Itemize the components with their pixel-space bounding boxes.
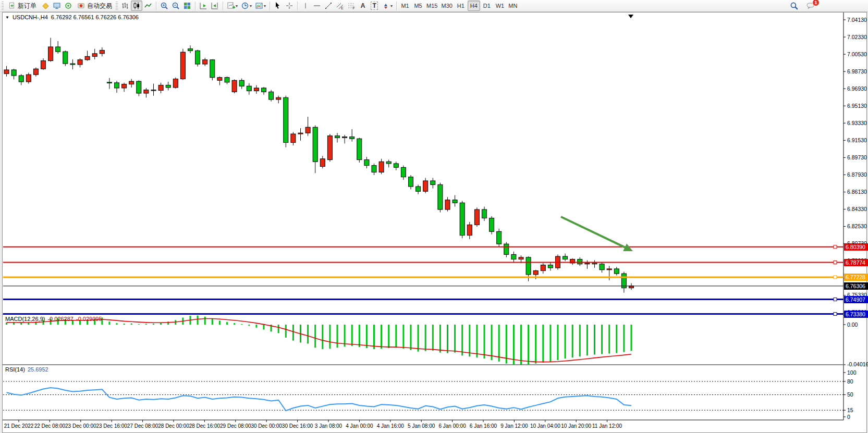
trendline-tool-button[interactable] — [323, 1, 334, 11]
candle-body — [291, 134, 296, 143]
tab-timeframe-mn[interactable]: MN — [507, 1, 519, 11]
candle-body — [350, 137, 354, 139]
candle-body — [63, 52, 68, 64]
candle-body — [276, 97, 281, 100]
toolbar-separator — [270, 2, 270, 10]
text-label-icon: T — [371, 2, 377, 10]
bar-chart-icon — [121, 2, 129, 10]
bar-chart-button[interactable] — [119, 1, 131, 11]
candle-body — [262, 88, 266, 92]
level-handle[interactable] — [834, 298, 837, 301]
vertical-line-tool-button[interactable] — [300, 1, 311, 11]
zoom-in-button[interactable] — [158, 1, 170, 11]
candle-body — [247, 86, 251, 91]
notifications-button[interactable]: 1 — [804, 1, 817, 11]
new-chart-button[interactable]: ▾ — [225, 1, 239, 11]
fibonacci-tool-button[interactable]: F — [346, 1, 357, 11]
candle-body — [239, 80, 244, 86]
search-button[interactable] — [788, 1, 800, 11]
candle-body — [343, 137, 347, 138]
candle-body — [85, 56, 90, 59]
candle-body — [401, 167, 406, 177]
tab-timeframe-d1[interactable]: D1 — [481, 1, 493, 11]
level-handle[interactable] — [834, 245, 837, 249]
candle-body — [305, 127, 310, 133]
periods-button[interactable]: ▾ — [239, 1, 253, 11]
candle-body — [232, 80, 237, 92]
level-handle[interactable] — [834, 261, 837, 264]
tab-timeframe-h4[interactable]: H4 — [468, 1, 480, 11]
zoom-in-icon — [160, 2, 168, 10]
candle-body — [467, 225, 472, 235]
cursor-button[interactable] — [272, 1, 284, 11]
candle-body — [137, 81, 141, 93]
candlestick-chart-button[interactable] — [131, 1, 142, 11]
toolbar-separator — [297, 2, 298, 10]
text-label-tool-button[interactable]: T — [369, 1, 380, 11]
candle-body — [327, 136, 332, 160]
chart-shift-marker[interactable] — [628, 15, 633, 18]
crosshair-button[interactable] — [284, 1, 295, 11]
channel-tool-button[interactable]: E — [334, 1, 346, 11]
tab-timeframe-m30[interactable]: M30 — [439, 1, 454, 11]
chevron-down-icon: ▾ — [390, 4, 393, 8]
candle-body — [629, 286, 634, 288]
candle-body — [526, 257, 531, 275]
tab-timeframe-h1[interactable]: H1 — [455, 1, 467, 11]
templates-button[interactable]: ▾ — [253, 1, 267, 11]
chevron-down-icon: ▾ — [264, 4, 266, 8]
signal-button[interactable] — [63, 1, 74, 11]
trend-arrow-annotation[interactable] — [561, 217, 625, 248]
candle-body — [379, 162, 384, 172]
candle-body — [600, 264, 604, 270]
chart-shift-icon — [211, 2, 219, 10]
horizontal-line-icon — [313, 2, 321, 10]
toolbar-right-tools: 1 — [788, 1, 867, 11]
candle-body — [180, 52, 185, 79]
tab-timeframe-m15[interactable]: M15 — [425, 1, 439, 11]
candle-body — [548, 265, 553, 268]
candle-body — [394, 164, 398, 167]
candle-body — [19, 76, 23, 82]
candle-body — [203, 60, 207, 64]
tile-windows-button[interactable] — [181, 1, 193, 11]
quote-values: 6.76292 6.76561 6.76226 6.76306 — [51, 14, 139, 20]
candle-body — [195, 51, 200, 64]
text-tool-icon: A — [361, 2, 365, 9]
horizontal-line-tool-button[interactable] — [311, 1, 323, 11]
rsi-name: RSI(14) — [5, 366, 25, 373]
candle-body — [438, 184, 443, 209]
candle-body — [533, 271, 538, 275]
chart-shift-button[interactable] — [209, 1, 221, 11]
metaeditor-button[interactable] — [40, 1, 51, 11]
candle-body — [173, 79, 178, 88]
fibonacci-icon: F — [347, 2, 356, 10]
auto-trading-icon — [77, 2, 85, 10]
candle-body — [497, 231, 502, 244]
candle-body — [357, 139, 362, 159]
terminal-button[interactable] — [51, 1, 63, 11]
candle-body — [298, 133, 303, 134]
zoom-out-button[interactable] — [170, 1, 181, 11]
new-order-button[interactable]: 新订单 — [5, 1, 40, 11]
auto-scroll-icon — [199, 2, 207, 10]
chart-canvas[interactable] — [3, 13, 865, 431]
candle-body — [100, 50, 104, 53]
tab-timeframe-w1[interactable]: W1 — [494, 1, 506, 11]
toolbar-separator — [396, 2, 397, 10]
level-handle[interactable] — [834, 313, 837, 316]
auto-trading-button[interactable]: 自动交易 — [74, 1, 115, 11]
arrows-tool-button[interactable]: ▾ — [380, 1, 394, 11]
tab-timeframe-m5[interactable]: M5 — [412, 1, 424, 11]
tab-timeframe-m1[interactable]: M1 — [399, 1, 411, 11]
collapse-icon[interactable]: ▼ — [5, 15, 9, 20]
text-tool-button[interactable]: A — [357, 1, 369, 11]
auto-scroll-button[interactable] — [198, 1, 209, 11]
line-chart-button[interactable] — [142, 1, 154, 11]
main-toolbar: 新订单 自动交易 ▾ ▾ — [0, 0, 868, 12]
candle-body — [386, 162, 391, 164]
candle-body — [313, 127, 317, 162]
level-handle[interactable] — [834, 276, 837, 279]
candle-body — [541, 265, 545, 271]
cursor-icon — [274, 2, 282, 10]
